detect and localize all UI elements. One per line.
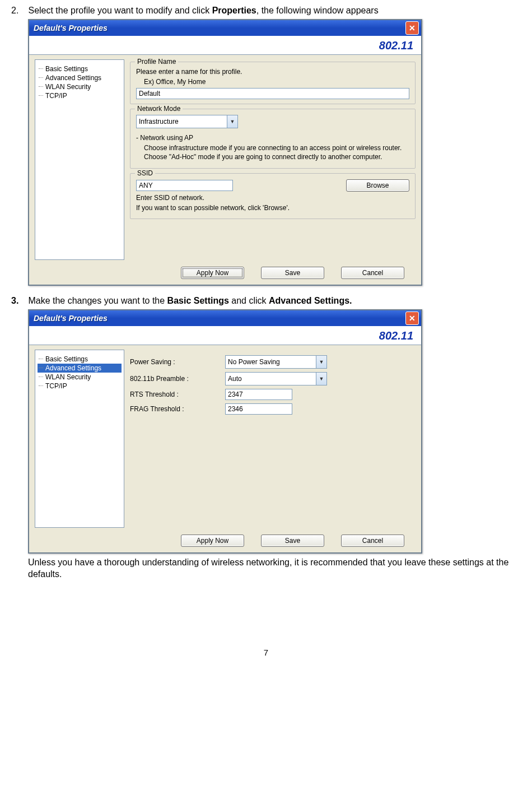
- right-panel: Profile Name Please enter a name for thi…: [130, 59, 416, 260]
- step-3-num: 3.: [11, 296, 26, 306]
- ssid-input[interactable]: [136, 180, 233, 191]
- preamble-value: Auto: [226, 375, 316, 383]
- frag-input[interactable]: [225, 403, 292, 415]
- window-title: Default's Properties: [34, 24, 108, 32]
- preamble-label: 802.11b Preamble :: [130, 375, 225, 383]
- profile-name-group: Profile Name Please enter a name for thi…: [130, 62, 416, 104]
- button-bar: Apply Now Save Cancel: [29, 531, 421, 552]
- power-saving-combo[interactable]: No Power Saving ▼: [225, 355, 327, 369]
- step-3-bold2: Advanced Settings.: [269, 296, 352, 305]
- ssid-hint1: Enter SSID of network.: [136, 194, 409, 202]
- advanced-grid: Power Saving : No Power Saving ▼ 802.11b…: [130, 352, 416, 415]
- ssid-hint2: If you want to scan possible network, cl…: [136, 204, 409, 212]
- page-number: 7: [11, 648, 521, 657]
- banner: 802.11: [29, 326, 421, 345]
- rts-input[interactable]: [225, 389, 292, 400]
- tree-item-advanced[interactable]: Advanced Settings: [38, 364, 122, 373]
- close-button[interactable]: ✕: [405, 312, 419, 325]
- frag-label: FRAG Threshold :: [130, 405, 225, 413]
- preamble-combo[interactable]: Auto ▼: [225, 372, 327, 385]
- cancel-button[interactable]: Cancel: [341, 535, 404, 547]
- banner: 802.11: [29, 36, 421, 55]
- body-area: Basic Settings Advanced Settings WLAN Se…: [29, 345, 421, 531]
- chevron-down-icon: ▼: [316, 373, 326, 385]
- step-2-post: , the following window appears: [256, 6, 379, 15]
- power-saving-label: Power Saving :: [130, 358, 225, 366]
- step-2-bold: Properties: [212, 6, 256, 15]
- tree-item-advanced[interactable]: Advanced Settings: [38, 73, 122, 82]
- properties-window-advanced: Default's Properties ✕ 802.11 Basic Sett…: [28, 309, 422, 554]
- titlebar: Default's Properties ✕: [29, 310, 421, 326]
- titlebar: Default's Properties ✕: [29, 20, 421, 36]
- network-mode-combo[interactable]: Infrastructure ▼: [136, 115, 238, 128]
- step-3: 3. Make the changes you want to the Basi…: [11, 296, 521, 580]
- step-2-num: 2.: [11, 6, 26, 16]
- body-area: Basic Settings Advanced Settings WLAN Se…: [29, 55, 421, 263]
- profile-hint2: Ex) Office, My Home: [144, 78, 409, 86]
- step-2: 2. Select the profile you want to modify…: [11, 6, 521, 286]
- step-3-mid: and click: [229, 296, 269, 305]
- button-bar: Apply Now Save Cancel: [29, 263, 421, 285]
- browse-button[interactable]: Browse: [346, 179, 409, 192]
- cancel-button[interactable]: Cancel: [341, 267, 404, 279]
- network-mode-value: Infrastructure: [137, 118, 227, 126]
- step-2-pre: Select the profile you want to modify an…: [28, 6, 212, 15]
- profile-hint1: Please enter a name for this profile.: [136, 68, 409, 76]
- tree-item-basic[interactable]: Basic Settings: [38, 355, 122, 364]
- network-mode-title: Network Mode: [135, 105, 183, 113]
- step-3-note: Unless you have a thorough understanding…: [28, 557, 521, 580]
- step-3-bold1: Basic Settings: [167, 296, 229, 305]
- save-button[interactable]: Save: [261, 267, 324, 279]
- banner-text: 802.11: [379, 39, 413, 52]
- window-title: Default's Properties: [34, 314, 108, 323]
- power-saving-value: No Power Saving: [226, 358, 316, 366]
- ssid-title: SSID: [135, 169, 155, 177]
- apply-now-button[interactable]: Apply Now: [181, 535, 244, 547]
- network-desc: Choose infrastructure mode if you are co…: [144, 144, 409, 161]
- chevron-down-icon: ▼: [316, 356, 326, 368]
- tree-item-tcpip[interactable]: TCP/IP: [38, 91, 122, 100]
- settings-tree: Basic Settings Advanced Settings WLAN Se…: [35, 350, 124, 528]
- step-3-pre: Make the changes you want to the: [28, 296, 167, 305]
- close-icon: ✕: [409, 314, 416, 322]
- properties-window-basic: Default's Properties ✕ 802.11 Basic Sett…: [28, 19, 422, 286]
- banner-text: 802.11: [379, 329, 413, 342]
- tree-item-tcpip[interactable]: TCP/IP: [38, 382, 122, 391]
- apply-now-button[interactable]: Apply Now: [181, 267, 244, 279]
- network-mode-group: Network Mode Infrastructure ▼ - Network …: [130, 109, 416, 169]
- tree-item-wlan[interactable]: WLAN Security: [38, 373, 122, 382]
- step-3-text: 3. Make the changes you want to the Basi…: [11, 296, 521, 306]
- ssid-group: SSID Browse Enter SSID of network. If yo…: [130, 173, 416, 219]
- right-panel: Power Saving : No Power Saving ▼ 802.11b…: [130, 350, 416, 528]
- tree-item-wlan[interactable]: WLAN Security: [38, 82, 122, 91]
- profile-name-title: Profile Name: [135, 58, 178, 66]
- close-icon: ✕: [409, 24, 416, 32]
- close-button[interactable]: ✕: [405, 21, 419, 35]
- save-button[interactable]: Save: [261, 535, 324, 547]
- tree-item-basic[interactable]: Basic Settings: [38, 64, 122, 73]
- rts-label: RTS Threshold :: [130, 391, 225, 398]
- network-subtitle: - Network using AP: [136, 134, 409, 142]
- profile-name-input[interactable]: [136, 88, 409, 99]
- settings-tree: Basic Settings Advanced Settings WLAN Se…: [35, 59, 124, 260]
- step-2-text: 2. Select the profile you want to modify…: [11, 6, 521, 16]
- chevron-down-icon: ▼: [227, 115, 237, 128]
